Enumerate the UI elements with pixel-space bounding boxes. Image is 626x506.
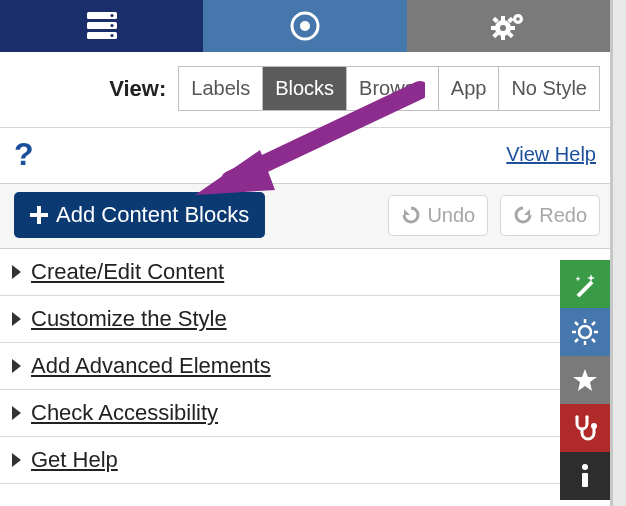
svg-line-31 — [592, 322, 595, 325]
svg-point-7 — [300, 21, 310, 31]
help-icon[interactable]: ? — [14, 136, 34, 173]
server-icon — [85, 11, 119, 41]
side-stethoscope-button[interactable] — [560, 404, 610, 452]
view-seg-nostyle[interactable]: No Style — [499, 67, 599, 110]
svg-point-33 — [575, 415, 578, 418]
undo-button[interactable]: Undo — [388, 195, 488, 236]
svg-line-30 — [575, 339, 578, 342]
add-content-blocks-button[interactable]: Add Content Blocks — [14, 192, 265, 238]
side-wand-button[interactable] — [560, 260, 610, 308]
acc-label: Get Help — [31, 447, 118, 473]
top-tab-bar — [0, 0, 610, 52]
chevron-right-icon — [12, 265, 21, 279]
view-segmented-control: Labels Blocks Browse App No Style — [178, 66, 600, 111]
redo-icon — [513, 205, 533, 225]
view-seg-browse[interactable]: Browse — [347, 67, 439, 110]
acc-label: Check Accessibility — [31, 400, 218, 426]
magic-wand-icon — [572, 271, 598, 297]
svg-rect-22 — [577, 281, 594, 297]
side-tool-stack — [560, 260, 610, 500]
svg-rect-9 — [501, 16, 505, 22]
plus-icon — [30, 206, 48, 224]
side-info-button[interactable] — [560, 452, 610, 500]
chevron-right-icon — [12, 312, 21, 326]
acc-label: Customize the Style — [31, 306, 227, 332]
side-star-button[interactable] — [560, 356, 610, 404]
settings-tab[interactable] — [407, 0, 610, 52]
brightness-icon — [572, 319, 598, 345]
view-seg-blocks[interactable]: Blocks — [263, 67, 347, 110]
star-icon — [572, 367, 598, 393]
side-brightness-button[interactable] — [560, 308, 610, 356]
info-icon — [579, 463, 591, 489]
chevron-right-icon — [12, 453, 21, 467]
acc-check-accessibility[interactable]: Check Accessibility — [0, 390, 610, 437]
redo-button[interactable]: Redo — [500, 195, 600, 236]
acc-label: Create/Edit Content — [31, 259, 224, 285]
add-content-blocks-label: Add Content Blocks — [56, 202, 249, 228]
acc-create-edit-content[interactable]: Create/Edit Content — [0, 249, 610, 296]
svg-rect-10 — [501, 34, 505, 40]
svg-point-32 — [591, 423, 597, 429]
acc-customize-style[interactable]: Customize the Style — [0, 296, 610, 343]
undo-icon — [401, 205, 421, 225]
redo-label: Redo — [539, 204, 587, 227]
stethoscope-icon — [571, 414, 599, 442]
view-help-link[interactable]: View Help — [506, 143, 596, 166]
svg-line-29 — [592, 339, 595, 342]
svg-point-23 — [579, 326, 591, 338]
data-tab[interactable] — [0, 0, 203, 52]
undo-label: Undo — [427, 204, 475, 227]
view-seg-app[interactable]: App — [439, 67, 500, 110]
acc-get-help[interactable]: Get Help — [0, 437, 610, 484]
svg-point-5 — [110, 34, 113, 37]
view-label: View: — [109, 76, 166, 102]
chevron-right-icon — [12, 359, 21, 373]
acc-add-advanced-elements[interactable]: Add Advanced Elements — [0, 343, 610, 390]
gears-icon — [490, 11, 526, 41]
svg-point-19 — [517, 17, 521, 21]
chevron-right-icon — [12, 406, 21, 420]
view-seg-labels[interactable]: Labels — [179, 67, 263, 110]
action-row: Add Content Blocks Undo Redo — [0, 184, 610, 249]
svg-point-34 — [585, 415, 588, 418]
accordion-list: Create/Edit Content Customize the Style … — [0, 249, 610, 484]
svg-point-17 — [500, 25, 506, 31]
svg-point-35 — [582, 464, 588, 470]
view-row: View: Labels Blocks Browse App No Style — [0, 52, 610, 128]
svg-point-4 — [110, 24, 113, 27]
target-icon — [290, 11, 320, 41]
target-tab[interactable] — [203, 0, 406, 52]
svg-rect-36 — [582, 473, 588, 487]
svg-rect-12 — [509, 26, 515, 30]
svg-line-28 — [575, 322, 578, 325]
svg-point-3 — [110, 14, 113, 17]
acc-label: Add Advanced Elements — [31, 353, 271, 379]
help-row: ? View Help — [0, 128, 610, 184]
svg-rect-11 — [491, 26, 497, 30]
svg-rect-21 — [30, 213, 48, 217]
